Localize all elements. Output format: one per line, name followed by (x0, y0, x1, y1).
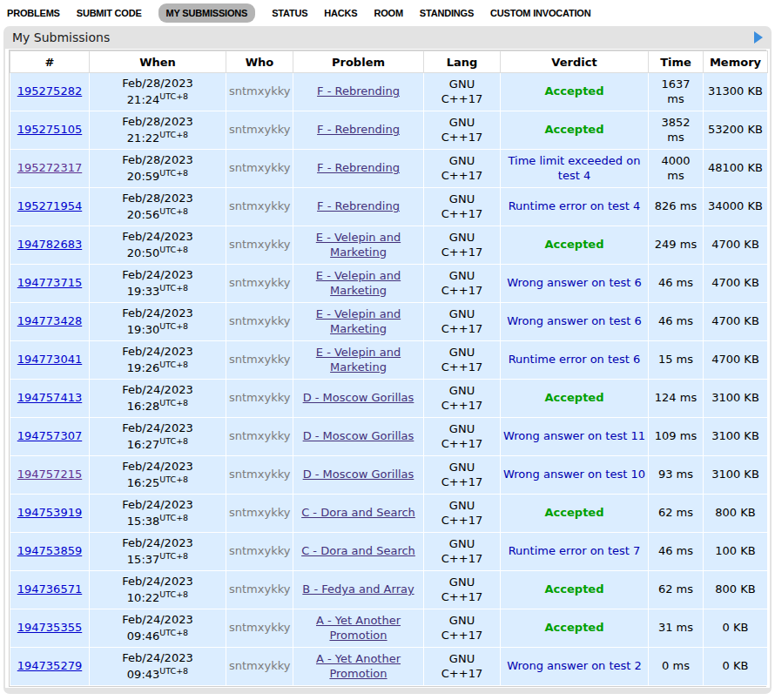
lang-cell: GNU C++17 (424, 495, 501, 533)
submission-time: 21:22UTC+8 (127, 131, 188, 145)
time-value: 15:38 (127, 515, 159, 528)
verdict-cell: Wrong answer on test 10 (501, 456, 649, 495)
right-arrow-icon[interactable] (754, 31, 763, 44)
participant-name: sntmxykky (229, 314, 290, 327)
nav-tab-hacks[interactable]: HACKS (324, 8, 357, 18)
problem-link[interactable]: C - Dora and Search (301, 506, 415, 519)
time-value: 16:27 (127, 438, 159, 451)
submission-link[interactable]: 194757307 (17, 429, 82, 442)
problem-link[interactable]: F - Rebrending (317, 123, 400, 136)
problem-link[interactable]: F - Rebrending (317, 84, 400, 98)
memory-cell: 0 KB (704, 609, 768, 648)
column-header-id: # (10, 51, 90, 73)
problem-link[interactable]: C - Dora and Search (301, 544, 415, 557)
nav-tab-problems[interactable]: PROBLEMS (7, 8, 60, 18)
who-cell: sntmxykky (226, 226, 293, 265)
submission-link[interactable]: 194757413 (17, 391, 82, 404)
verdict-label: Accepted (545, 621, 604, 634)
submission-date: Feb/24/2023 (92, 613, 223, 627)
timezone-label: UTC+8 (159, 320, 188, 330)
lang-label: GNU C++17 (440, 652, 485, 681)
verdict-cell: Accepted (501, 495, 649, 533)
submission-link[interactable]: 194735355 (17, 621, 82, 634)
column-header-when: When (90, 51, 226, 73)
timezone-label: UTC+8 (159, 282, 188, 292)
lang-cell: GNU C++17 (424, 150, 501, 188)
time-cell: 124 ms (649, 380, 704, 418)
nav-tab-status[interactable]: STATUS (272, 8, 307, 18)
submission-time: 19:30UTC+8 (127, 323, 188, 336)
submission-date: Feb/24/2023 (92, 536, 223, 550)
submission-time: 20:59UTC+8 (127, 170, 188, 183)
submission-link[interactable]: 194735279 (17, 659, 82, 672)
timezone-label: UTC+8 (159, 665, 188, 675)
when-cell: Feb/24/202310:22UTC+8 (90, 571, 226, 609)
submission-date: Feb/24/2023 (92, 230, 223, 244)
submission-date: Feb/28/2023 (92, 192, 223, 205)
problem-link[interactable]: D - Moscow Gorillas (303, 468, 414, 481)
submission-link[interactable]: 194773715 (17, 276, 82, 289)
lang-label: GNU C++17 (440, 154, 485, 183)
problem-link[interactable]: E - Velepin and Marketing (316, 307, 401, 334)
submission-link[interactable]: 194736571 (17, 582, 82, 596)
submission-link[interactable]: 195275105 (17, 123, 82, 136)
nav-tab-room[interactable]: ROOM (374, 8, 402, 18)
when-cell: Feb/28/202320:59UTC+8 (90, 150, 226, 188)
submission-time: 16:25UTC+8 (127, 476, 188, 489)
submission-link[interactable]: 194753859 (17, 544, 82, 557)
problem-link[interactable]: E - Velepin and Marketing (316, 231, 401, 258)
submission-link[interactable]: 194753919 (17, 506, 82, 519)
time-cell: 93 ms (649, 456, 704, 495)
time-value: 20:50 (127, 246, 159, 259)
problem-link[interactable]: E - Velepin and Marketing (316, 269, 401, 296)
submission-link[interactable]: 194773428 (17, 314, 82, 327)
submission-link[interactable]: 194757215 (17, 468, 82, 481)
nav-tab-standings[interactable]: STANDINGS (420, 8, 474, 18)
nav-tab-submit-code[interactable]: SUBMIT CODE (77, 8, 142, 18)
lang-label: GNU C++17 (440, 269, 485, 298)
submission-time: 19:26UTC+8 (127, 361, 188, 374)
when-cell: Feb/28/202320:56UTC+8 (90, 188, 226, 226)
submission-time: 15:37UTC+8 (127, 553, 188, 566)
submission-link[interactable]: 195272317 (17, 161, 82, 174)
submission-time: 09:43UTC+8 (127, 668, 188, 681)
who-cell: sntmxykky (226, 495, 293, 533)
table-row: 195275282Feb/28/202321:24UTC+8sntmxykkyF… (10, 73, 768, 111)
problem-link[interactable]: B - Fedya and Array (302, 582, 414, 596)
time-cell: 249 ms (649, 226, 704, 265)
submission-date: Feb/24/2023 (92, 268, 223, 282)
problem-link[interactable]: F - Rebrending (317, 161, 400, 174)
problem-link[interactable]: D - Moscow Gorillas (303, 391, 414, 404)
time-cell: 46 ms (649, 303, 704, 341)
submission-link[interactable]: 195271954 (17, 199, 82, 212)
memory-cell: 800 KB (704, 571, 768, 609)
nav-tab-my-submissions[interactable]: MY SUBMISSIONS (158, 3, 256, 23)
participant-name: sntmxykky (229, 506, 290, 519)
table-row: 194773041Feb/24/202319:26UTC+8sntmxykkyE… (10, 341, 768, 380)
problem-cell: D - Moscow Gorillas (293, 418, 424, 456)
problem-link[interactable]: F - Rebrending (317, 199, 400, 212)
header-row: #WhenWhoProblemLangVerdictTimeMemory (10, 51, 768, 73)
nav-tab-custom-invocation[interactable]: CUSTOM INVOCATION (490, 8, 590, 18)
submission-link[interactable]: 194782683 (17, 238, 82, 251)
problem-link[interactable]: E - Velepin and Marketing (316, 346, 401, 373)
lang-label: GNU C++17 (440, 307, 485, 336)
submissions-table: #WhenWhoProblemLangVerdictTimeMemory 195… (10, 50, 768, 686)
problem-link[interactable]: D - Moscow Gorillas (303, 429, 414, 442)
problem-cell: E - Velepin and Marketing (293, 265, 424, 303)
timezone-label: UTC+8 (159, 627, 188, 636)
submission-link[interactable]: 195275282 (17, 84, 82, 98)
memory-cell: 100 KB (704, 533, 768, 571)
problem-cell: F - Rebrending (293, 73, 424, 111)
participant-name: sntmxykky (229, 391, 290, 404)
lang-cell: GNU C++17 (424, 73, 501, 111)
submission-link[interactable]: 194773041 (17, 353, 82, 366)
lang-cell: GNU C++17 (424, 648, 501, 686)
problem-link[interactable]: A - Yet Another Promotion (316, 652, 401, 679)
submission-date: Feb/24/2023 (92, 460, 223, 474)
time-cell: 31 ms (649, 609, 704, 648)
time-value: 21:22 (127, 131, 159, 145)
submission-date: Feb/24/2023 (92, 306, 223, 320)
participant-name: sntmxykky (229, 353, 290, 366)
problem-link[interactable]: A - Yet Another Promotion (316, 614, 401, 641)
